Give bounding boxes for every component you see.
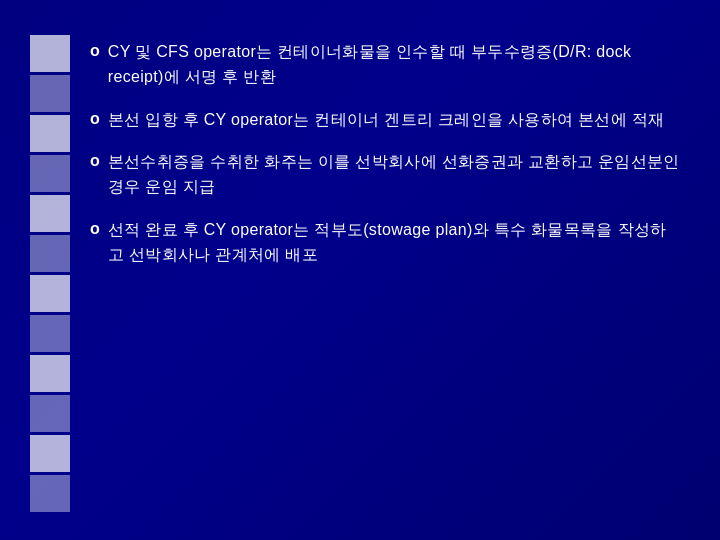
stripe-1: [30, 35, 70, 72]
bullet-text-2: 본선 입항 후 CY operator는 컨테이너 겐트리 크레인을 사용하여 …: [108, 108, 665, 133]
bullet-text-1: CY 및 CFS operator는 컨테이너화물을 인수할 때 부두수령증(D…: [108, 40, 680, 90]
bullet-marker-4: o: [90, 220, 100, 238]
stripe-4: [30, 155, 70, 192]
slide-container: o CY 및 CFS operator는 컨테이너화물을 인수할 때 부두수령증…: [0, 0, 720, 540]
stripe-9: [30, 355, 70, 392]
stripe-3: [30, 115, 70, 152]
bullet-text-3: 본선수취증을 수취한 화주는 이를 선박회사에 선화증권과 교환하고 운임선분인…: [108, 150, 680, 200]
content-area: o CY 및 CFS operator는 컨테이너화물을 인수할 때 부두수령증…: [90, 40, 680, 268]
bullet-text-4: 선적 완료 후 CY operator는 적부도(stowage plan)와 …: [108, 218, 680, 268]
list-item: o 선적 완료 후 CY operator는 적부도(stowage plan)…: [90, 218, 680, 268]
stripe-10: [30, 395, 70, 432]
stripe-7: [30, 275, 70, 312]
decorative-stripes: [30, 35, 70, 515]
stripe-6: [30, 235, 70, 272]
list-item: o 본선수취증을 수취한 화주는 이를 선박회사에 선화증권과 교환하고 운임선…: [90, 150, 680, 200]
bullet-marker-2: o: [90, 110, 100, 128]
list-item: o 본선 입항 후 CY operator는 컨테이너 겐트리 크레인을 사용하…: [90, 108, 680, 133]
stripe-5: [30, 195, 70, 232]
stripe-2: [30, 75, 70, 112]
stripe-12: [30, 475, 70, 512]
bullet-marker-1: o: [90, 42, 100, 60]
list-item: o CY 및 CFS operator는 컨테이너화물을 인수할 때 부두수령증…: [90, 40, 680, 90]
stripe-11: [30, 435, 70, 472]
stripe-8: [30, 315, 70, 352]
bullet-marker-3: o: [90, 152, 100, 170]
